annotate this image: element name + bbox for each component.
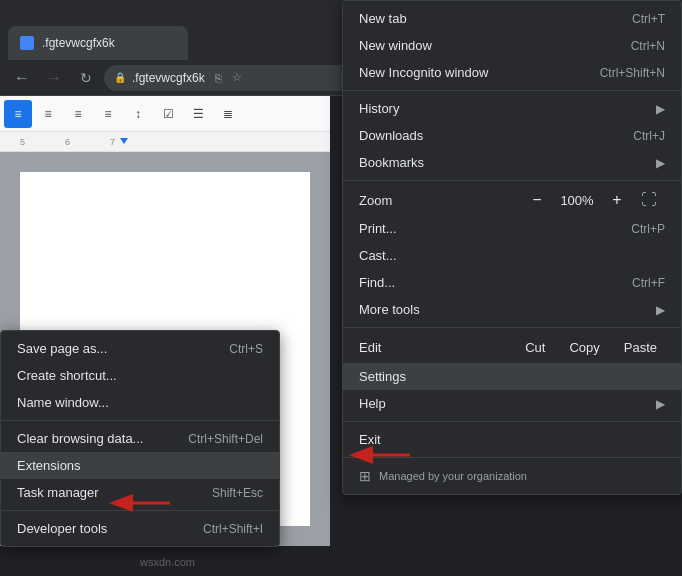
menu-help[interactable]: Help ▶ xyxy=(343,390,681,417)
sub-clear-browsing-shortcut: Ctrl+Shift+Del xyxy=(188,432,263,446)
menu-new-incognito-shortcut: Ctrl+Shift+N xyxy=(600,66,665,80)
edit-actions: Cut Copy Paste xyxy=(517,338,665,357)
divider-2 xyxy=(343,180,681,181)
menu-bookmarks-arrow: ▶ xyxy=(656,156,665,170)
menu-print-label: Print... xyxy=(359,221,397,236)
sub-clear-browsing[interactable]: Clear browsing data... Ctrl+Shift+Del xyxy=(1,425,279,452)
menu-paste-btn[interactable]: Paste xyxy=(616,338,665,357)
sub-task-manager-shortcut: Shift+Esc xyxy=(212,486,263,500)
ruler: 567 xyxy=(0,132,330,152)
doc-toolbar: ≡ ≡ ≡ ≡ ↕ ☑ ☰ ≣ xyxy=(0,96,330,132)
checklist-btn[interactable]: ☑ xyxy=(154,100,182,128)
menu-new-window-label: New window xyxy=(359,38,432,53)
sub-save-page-label: Save page as... xyxy=(17,341,107,356)
menu-zoom-row: Zoom − 100% + ⛶ xyxy=(343,185,681,215)
sub-name-window[interactable]: Name window... xyxy=(1,389,279,416)
sub-extensions[interactable]: Extensions xyxy=(1,452,279,479)
sub-name-window-label: Name window... xyxy=(17,395,109,410)
menu-find-label: Find... xyxy=(359,275,395,290)
sub-divider-1 xyxy=(1,420,279,421)
menu-zoom-label: Zoom xyxy=(359,193,525,208)
extensions-arrow xyxy=(100,488,180,522)
menu-copy-btn[interactable]: Copy xyxy=(561,338,607,357)
menu-cast[interactable]: Cast... xyxy=(343,242,681,269)
menu-cast-label: Cast... xyxy=(359,248,397,263)
divider-4 xyxy=(343,421,681,422)
menu-cut-btn[interactable]: Cut xyxy=(517,338,553,357)
reload-button[interactable]: ↻ xyxy=(72,64,100,92)
divider-3 xyxy=(343,327,681,328)
align-left-btn[interactable]: ≡ xyxy=(4,100,32,128)
menu-history-label: History xyxy=(359,101,399,116)
menu-downloads-label: Downloads xyxy=(359,128,423,143)
menu-new-incognito-label: New Incognito window xyxy=(359,65,488,80)
list-btn[interactable]: ☰ xyxy=(184,100,212,128)
watermark2: wsxdn.com xyxy=(140,556,195,568)
align-right-btn[interactable]: ≡ xyxy=(64,100,92,128)
back-button[interactable]: ← xyxy=(8,64,36,92)
menu-find-shortcut: Ctrl+F xyxy=(632,276,665,290)
sub-save-page[interactable]: Save page as... Ctrl+S xyxy=(1,335,279,362)
line-spacing-btn[interactable]: ↕ xyxy=(124,100,152,128)
sub-extensions-label: Extensions xyxy=(17,458,81,473)
menu-history[interactable]: History ▶ xyxy=(343,95,681,122)
menu-settings-label: Settings xyxy=(359,369,406,384)
menu-more-tools-label: More tools xyxy=(359,302,420,317)
menu-history-arrow: ▶ xyxy=(656,102,665,116)
menu-edit-label: Edit xyxy=(359,340,381,355)
sub-create-shortcut[interactable]: Create shortcut... xyxy=(1,362,279,389)
sub-save-page-shortcut: Ctrl+S xyxy=(229,342,263,356)
menu-downloads-shortcut: Ctrl+J xyxy=(633,129,665,143)
address-text: .fgtevwcgfx6k xyxy=(132,71,205,85)
menu-print[interactable]: Print... Ctrl+P xyxy=(343,215,681,242)
menu-more-tools[interactable]: More tools ▶ xyxy=(343,296,681,323)
sub-dev-tools-shortcut: Ctrl+Shift+I xyxy=(203,522,263,536)
menu-bookmarks[interactable]: Bookmarks ▶ xyxy=(343,149,681,176)
zoom-fullscreen-btn[interactable]: ⛶ xyxy=(641,191,657,209)
menu-new-tab-shortcut: Ctrl+T xyxy=(632,12,665,26)
menu-help-label: Help xyxy=(359,396,386,411)
menu-new-tab-label: New tab xyxy=(359,11,407,26)
sub-clear-browsing-label: Clear browsing data... xyxy=(17,431,143,446)
zoom-controls: − 100% + ⛶ xyxy=(525,191,657,209)
forward-button[interactable]: → xyxy=(40,64,68,92)
sub-task-manager-label: Task manager xyxy=(17,485,99,500)
menu-bookmarks-label: Bookmarks xyxy=(359,155,424,170)
menu-new-window-shortcut: Ctrl+N xyxy=(631,39,665,53)
main-context-menu: New tab Ctrl+T New window Ctrl+N New Inc… xyxy=(342,0,682,495)
list-btn2[interactable]: ≣ xyxy=(214,100,242,128)
active-tab[interactable]: .fgtevwcgfx6k xyxy=(8,26,188,60)
sub-create-shortcut-label: Create shortcut... xyxy=(17,368,117,383)
divider-1 xyxy=(343,90,681,91)
menu-print-shortcut: Ctrl+P xyxy=(631,222,665,236)
zoom-minus-btn[interactable]: − xyxy=(525,191,549,209)
menu-downloads[interactable]: Downloads Ctrl+J xyxy=(343,122,681,149)
sub-dev-tools-label: Developer tools xyxy=(17,521,107,536)
settings-arrow xyxy=(340,440,420,474)
star-icon[interactable]: ☆ xyxy=(232,71,242,84)
menu-help-arrow: ▶ xyxy=(656,397,665,411)
menu-new-incognito[interactable]: New Incognito window Ctrl+Shift+N xyxy=(343,59,681,86)
menu-new-tab[interactable]: New tab Ctrl+T xyxy=(343,5,681,32)
tab-title: .fgtevwcgfx6k xyxy=(42,36,115,50)
menu-find[interactable]: Find... Ctrl+F xyxy=(343,269,681,296)
menu-settings[interactable]: Settings xyxy=(343,363,681,390)
menu-new-window[interactable]: New window Ctrl+N xyxy=(343,32,681,59)
zoom-value: 100% xyxy=(557,193,597,208)
align-center-btn[interactable]: ≡ xyxy=(34,100,62,128)
zoom-plus-btn[interactable]: + xyxy=(605,191,629,209)
menu-more-tools-arrow: ▶ xyxy=(656,303,665,317)
share-icon[interactable]: ⎘ xyxy=(215,72,222,84)
align-justify-btn[interactable]: ≡ xyxy=(94,100,122,128)
tab-favicon xyxy=(20,36,34,50)
menu-edit-row: Edit Cut Copy Paste xyxy=(343,332,681,363)
